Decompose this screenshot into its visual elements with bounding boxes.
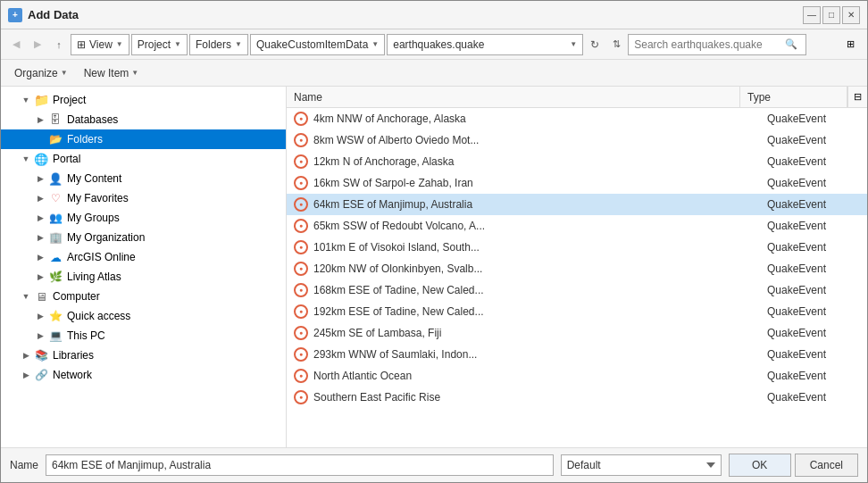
organize-button[interactable]: Organize ▼ xyxy=(8,63,74,83)
file-type-cell: QuakeEvent xyxy=(760,155,867,168)
file-row[interactable]: ● 192km ESE of Tadine, New Caled... Quak… xyxy=(287,301,867,322)
quake-event-icon: ● xyxy=(294,304,308,319)
sidebar-item-my-groups[interactable]: ▶ 👥 My Groups xyxy=(1,208,286,228)
file-row[interactable]: ● 12km N of Anchorage, Alaska QuakeEvent xyxy=(287,151,867,172)
file-row-selected[interactable]: ● 64km ESE of Manjimup, Australia QuakeE… xyxy=(287,194,867,215)
file-row[interactable]: ● 245km SE of Lambasa, Fiji QuakeEvent xyxy=(287,322,867,344)
sidebar-item-living-atlas[interactable]: ▶ 🌿 Living Atlas xyxy=(1,267,286,287)
file-row[interactable]: ● Southern East Pacific Rise QuakeEvent xyxy=(287,387,867,408)
file-name-cell: ● 12km N of Anchorage, Alaska xyxy=(287,154,760,169)
file-name-cell: ● 245km SE of Lambasa, Fiji xyxy=(287,326,760,340)
search-button[interactable]: 🔍 xyxy=(782,35,800,54)
view-dropdown[interactable]: ⊞ View ▼ xyxy=(71,34,129,55)
sidebar-item-computer-label: Computer xyxy=(53,290,100,303)
sidebar-item-network-label: Network xyxy=(53,369,92,381)
name-column-label: Name xyxy=(294,91,322,104)
sidebar-item-my-favorites-label: My Favorites xyxy=(67,192,129,204)
forward-button[interactable]: ▶ xyxy=(28,35,47,54)
file-name-cell: ● 8km WSW of Alberto Oviedo Mot... xyxy=(287,133,760,147)
quick-access-toggle-icon: ▶ xyxy=(33,309,47,323)
file-row[interactable]: ● 16km SW of Sarpol-e Zahab, Iran QuakeE… xyxy=(287,172,867,194)
sidebar-item-my-organization[interactable]: ▶ 🏢 My Organization xyxy=(1,228,286,247)
ok-button[interactable]: OK xyxy=(729,454,791,477)
quake-event-icon: ● xyxy=(294,390,308,404)
file-list: ● 4km NNW of Anchorage, Alaska QuakeEven… xyxy=(287,108,867,447)
path-value: earthquakes.quake xyxy=(393,38,484,51)
sidebar-item-project[interactable]: ▼ 📁 Project xyxy=(1,90,286,110)
sort-button[interactable]: ⇅ xyxy=(606,35,626,54)
up-button[interactable]: ↑ xyxy=(49,35,69,54)
file-name-cell: ● 4km NNW of Anchorage, Alaska xyxy=(287,112,760,126)
list-view-button[interactable]: ⊞ xyxy=(840,35,860,54)
search-box[interactable]: 🔍 xyxy=(628,34,806,55)
file-type-cell: QuakeEvent xyxy=(760,391,867,404)
close-button[interactable]: ✕ xyxy=(842,6,860,24)
sidebar-item-my-content[interactable]: ▶ 👤 My Content xyxy=(1,169,286,188)
toolbar2: Organize ▼ New Item ▼ xyxy=(1,60,867,87)
sidebar-item-this-pc[interactable]: ▶ 💻 This PC xyxy=(1,326,286,346)
file-type-cell: QuakeEvent xyxy=(760,177,867,189)
sidebar-item-quick-access[interactable]: ▶ ⭐ Quick access xyxy=(1,306,286,326)
file-type-cell: QuakeEvent xyxy=(760,241,867,254)
sidebar-item-my-favorites[interactable]: ▶ ♡ My Favorites xyxy=(1,188,286,208)
sidebar: ▼ 📁 Project ▶ 🗄 Databases 📂 Folders ▼ xyxy=(1,87,287,447)
detail-view-button[interactable]: ⊟ xyxy=(848,87,867,107)
project-dropdown[interactable]: Project ▼ xyxy=(131,34,188,55)
quake-event-icon: ● xyxy=(294,154,308,169)
cancel-button[interactable]: Cancel xyxy=(795,454,858,477)
folders-toggle-icon xyxy=(33,132,47,146)
file-row[interactable]: ● 8km WSW of Alberto Oviedo Mot... Quake… xyxy=(287,129,867,151)
file-row[interactable]: ● 168km ESE of Tadine, New Caled... Quak… xyxy=(287,279,867,301)
sidebar-item-network[interactable]: ▶ 🔗 Network xyxy=(1,365,286,385)
file-type-cell: QuakeEvent xyxy=(760,112,867,125)
quake-event-icon: ● xyxy=(294,369,308,383)
arcgis-online-toggle-icon: ▶ xyxy=(33,250,47,264)
format-select[interactable]: Default xyxy=(561,454,722,476)
sidebar-item-portal[interactable]: ▼ 🌐 Portal xyxy=(1,149,286,169)
file-row[interactable]: ● 293km WNW of Saumlaki, Indon... QuakeE… xyxy=(287,344,867,365)
file-list-header: Name Type ⊟ xyxy=(287,87,867,108)
search-input[interactable] xyxy=(634,38,782,51)
name-column-header[interactable]: Name xyxy=(287,87,740,107)
minimize-button[interactable]: — xyxy=(803,6,821,24)
quake-event-icon: ● xyxy=(294,219,308,233)
file-row[interactable]: ● 120km NW of Olonkinbyen, Svalb... Quak… xyxy=(287,258,867,279)
sidebar-item-arcgis-online-label: ArcGIS Online xyxy=(67,251,136,263)
name-field-label: Name xyxy=(10,459,38,471)
portal-toggle-icon: ▼ xyxy=(19,152,33,166)
sidebar-item-databases-label: Databases xyxy=(67,113,118,126)
sidebar-item-databases[interactable]: ▶ 🗄 Databases xyxy=(1,110,286,129)
maximize-button[interactable]: □ xyxy=(822,6,840,24)
file-row[interactable]: ● 4km NNW of Anchorage, Alaska QuakeEven… xyxy=(287,108,867,129)
path-combo-arrow-icon: ▼ xyxy=(570,40,577,48)
sidebar-item-my-content-label: My Content xyxy=(67,172,121,185)
refresh-button[interactable]: ↻ xyxy=(585,35,605,54)
file-name-cell: ● 65km SSW of Redoubt Volcano, A... xyxy=(287,219,760,233)
sidebar-item-this-pc-label: This PC xyxy=(67,329,105,342)
living-atlas-toggle-icon: ▶ xyxy=(33,270,47,284)
file-row[interactable]: ● North Atlantic Ocean QuakeEvent xyxy=(287,365,867,387)
name-field[interactable] xyxy=(46,454,554,476)
quake-event-icon: ● xyxy=(294,283,308,297)
back-button[interactable]: ◀ xyxy=(6,35,26,54)
file-row[interactable]: ● 65km SSW of Redoubt Volcano, A... Quak… xyxy=(287,215,867,237)
network-toggle-icon: ▶ xyxy=(19,368,33,382)
window-title: Add Data xyxy=(28,8,79,21)
sidebar-item-arcgis-online[interactable]: ▶ ☁ ArcGIS Online xyxy=(1,247,286,267)
path-combo[interactable]: earthquakes.quake ▼ xyxy=(387,34,583,55)
folders-dropdown[interactable]: Folders ▼ xyxy=(189,34,248,55)
sidebar-item-computer[interactable]: ▼ 🖥 Computer xyxy=(1,287,286,306)
file-type-cell: QuakeEvent xyxy=(760,327,867,339)
sidebar-item-folders[interactable]: 📂 Folders xyxy=(1,129,286,149)
file-name-cell: ● North Atlantic Ocean xyxy=(287,369,760,383)
bottom-bar: Name Default OK Cancel xyxy=(1,447,867,482)
type-column-header[interactable]: Type xyxy=(740,87,847,107)
file-name-cell: ● 16km SW of Sarpol-e Zahab, Iran xyxy=(287,176,760,190)
file-row[interactable]: ● 101km E of Visokoi Island, South... Qu… xyxy=(287,237,867,258)
main-window: + Add Data — □ ✕ ◀ ▶ ↑ ⊞ View ▼ Project … xyxy=(0,0,868,483)
sidebar-item-libraries[interactable]: ▶ 📚 Libraries xyxy=(1,346,286,365)
my-content-toggle-icon: ▶ xyxy=(33,171,47,186)
my-groups-icon: 👥 xyxy=(47,210,63,226)
new-item-button[interactable]: New Item ▼ xyxy=(78,63,146,83)
quake-path-dropdown[interactable]: QuakeCustomItemData ▼ xyxy=(250,34,385,55)
